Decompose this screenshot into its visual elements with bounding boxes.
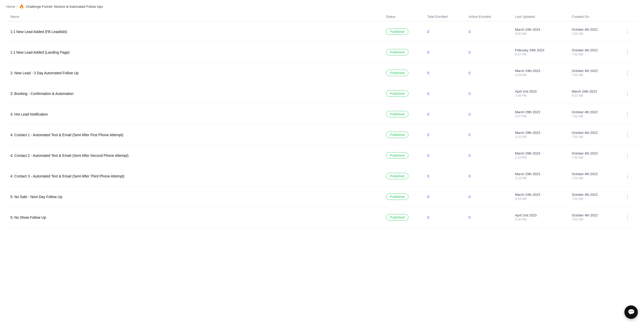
row-created-on-0: October 4th 2022 7:02 AM (572, 28, 623, 36)
row-more-button-4[interactable]: ⋮ (623, 110, 632, 118)
row-active-enrolled-1: 0 (469, 50, 515, 54)
row-last-updated-1: February 24th 2023 8:37 PM (515, 48, 572, 56)
row-name-6[interactable]: 4: Contact 2 - Automated Text & Email (S… (10, 149, 386, 162)
row-total-enrolled-8: 0 (427, 195, 469, 199)
status-badge-9: Published (386, 214, 408, 221)
row-name-3[interactable]: 3: Booking - Confirmation & Automation (10, 87, 386, 100)
row-active-enrolled-0: 0 (469, 30, 515, 34)
row-status-5: Published (386, 132, 427, 138)
row-name-0[interactable]: 1:1 New Lead Added (FB LeadAds) (10, 26, 386, 38)
row-name-1[interactable]: 1:1 New Lead Added (Landing Page) (10, 46, 386, 59)
row-created-on-3: March 24th 2023 9:37 AM (572, 90, 623, 98)
row-total-enrolled-6: 0 (427, 153, 469, 158)
row-more-button-3[interactable]: ⋮ (623, 90, 632, 98)
workflows-table: Name Status Total Enrolled Active Enroll… (0, 12, 644, 228)
row-total-enrolled-0: 0 (427, 30, 469, 34)
status-badge-2: Published (386, 70, 408, 76)
row-more-button-5[interactable]: ⋮ (623, 131, 632, 139)
row-more-button-2[interactable]: ⋮ (623, 69, 632, 77)
breadcrumb: Home / 🔥 Challenge Funnel: Nurture & Aut… (0, 0, 644, 12)
status-badge-6: Published (386, 152, 408, 159)
row-more-button-6[interactable]: ⋮ (623, 151, 632, 160)
row-status-8: Published (386, 193, 427, 200)
row-name-9[interactable]: 5: No Show Follow Up (10, 211, 386, 224)
row-created-on-5: October 4th 2022 7:02 AM (572, 131, 623, 139)
row-status-2: Published (386, 70, 427, 76)
breadcrumb-title: Challenge Funnel: Nurture & Automated Fo… (26, 5, 103, 9)
col-actions (623, 15, 634, 19)
row-name-5[interactable]: 4: Contact 1 - Automated Text & Email (S… (10, 129, 386, 141)
row-active-enrolled-9: 0 (469, 215, 515, 220)
row-total-enrolled-7: 0 (427, 174, 469, 178)
table-row: 2: New Lead - 3 Day Automated Follow Up … (6, 63, 638, 83)
row-more-button-7[interactable]: ⋮ (623, 172, 632, 180)
row-name-7[interactable]: 4: Contact 3 - Automated Text & Email (S… (10, 170, 386, 182)
row-last-updated-9: April 2nd 2023 5:35 PM (515, 213, 572, 221)
row-last-updated-6: March 29th 2023 2:18 PM (515, 151, 572, 159)
table-row: 5: No Show Follow Up Published 0 0 April… (6, 207, 638, 228)
col-created-on: Created On (572, 15, 623, 19)
row-total-enrolled-2: 0 (427, 71, 469, 75)
row-status-3: Published (386, 90, 427, 97)
row-active-enrolled-3: 0 (469, 92, 515, 96)
row-active-enrolled-2: 0 (469, 71, 515, 75)
breadcrumb-icon: 🔥 (19, 4, 24, 9)
row-status-0: Published (386, 28, 427, 35)
row-created-on-6: October 4th 2022 7:02 AM (572, 151, 623, 159)
row-total-enrolled-4: 0 (427, 112, 469, 116)
status-badge-8: Published (386, 193, 408, 200)
col-name: Name (10, 15, 386, 19)
row-name-2[interactable]: 2: New Lead - 3 Day Automated Follow Up (10, 67, 386, 79)
row-last-updated-5: March 29th 2023 2:10 PM (515, 131, 572, 139)
row-created-on-2: October 4th 2022 7:02 AM (572, 69, 623, 77)
row-name-8[interactable]: 5: No Sale - Next Day Follow Up (10, 191, 386, 203)
row-total-enrolled-5: 0 (427, 133, 469, 137)
row-status-1: Published (386, 49, 427, 55)
status-badge-4: Published (386, 111, 408, 117)
row-more-button-9[interactable]: ⋮ (623, 213, 632, 222)
col-status: Status (386, 15, 427, 19)
row-last-updated-0: March 24th 2023 9:25 AM (515, 28, 572, 36)
table-row: 4: Contact 3 - Automated Text & Email (S… (6, 166, 638, 186)
row-last-updated-3: April 2nd 2023 2:48 PM (515, 90, 572, 98)
table-body: 1:1 New Lead Added (FB LeadAds) Publishe… (6, 21, 638, 228)
row-active-enrolled-8: 0 (469, 195, 515, 199)
row-last-updated-4: March 29th 2023 2:07 PM (515, 110, 572, 118)
col-active-enrolled: Active Enrolled (469, 15, 515, 19)
row-more-button-1[interactable]: ⋮ (623, 48, 632, 56)
table-row: 4: Contact 1 - Automated Text & Email (S… (6, 125, 638, 145)
row-more-button-0[interactable]: ⋮ (623, 28, 632, 36)
row-created-on-9: October 4th 2022 7:02 AM (572, 213, 623, 221)
row-total-enrolled-1: 0 (427, 50, 469, 54)
row-active-enrolled-5: 0 (469, 133, 515, 137)
breadcrumb-separator: / (17, 5, 18, 9)
row-last-updated-2: March 24th 2023 4:34 PM (515, 69, 572, 77)
row-name-4[interactable]: 3: Hot Lead Notification (10, 108, 386, 120)
table-row: 3: Hot Lead Notification Published 0 0 M… (6, 104, 638, 125)
table-row: 1:1 New Lead Added (FB LeadAds) Publishe… (6, 21, 638, 42)
status-badge-1: Published (386, 49, 408, 55)
col-last-updated: Last Updated (515, 15, 572, 19)
row-last-updated-8: March 24th 2023 9:33 AM (515, 193, 572, 201)
row-active-enrolled-7: 0 (469, 174, 515, 178)
breadcrumb-current: 🔥 Challenge Funnel: Nurture & Automated … (19, 4, 103, 9)
row-created-on-7: October 4th 2022 7:02 AM (572, 172, 623, 180)
row-status-4: Published (386, 111, 427, 117)
breadcrumb-home[interactable]: Home (6, 5, 15, 9)
row-active-enrolled-6: 0 (469, 153, 515, 158)
row-status-7: Published (386, 173, 427, 179)
status-badge-0: Published (386, 28, 408, 35)
status-badge-5: Published (386, 132, 408, 138)
row-more-button-8[interactable]: ⋮ (623, 193, 632, 201)
row-status-6: Published (386, 152, 427, 159)
table-row: 3: Booking - Confirmation & Automation P… (6, 83, 638, 104)
status-badge-7: Published (386, 173, 408, 179)
table-row: 5: No Sale - Next Day Follow Up Publishe… (6, 186, 638, 207)
row-created-on-8: October 4th 2022 7:02 AM (572, 193, 623, 201)
row-created-on-1: October 4th 2022 7:02 AM (572, 48, 623, 56)
row-active-enrolled-4: 0 (469, 112, 515, 116)
status-badge-3: Published (386, 90, 408, 97)
table-row: 1:1 New Lead Added (Landing Page) Publis… (6, 42, 638, 63)
row-status-9: Published (386, 214, 427, 221)
row-total-enrolled-9: 0 (427, 215, 469, 220)
